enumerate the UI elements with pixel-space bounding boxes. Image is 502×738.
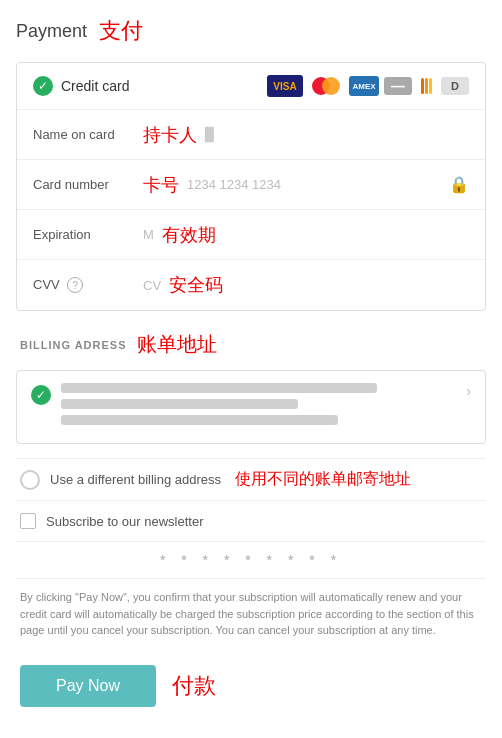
billing-header: BILLING ADRESS 账单地址 bbox=[16, 331, 486, 358]
cvv-label: CVV ? bbox=[33, 277, 143, 294]
newsletter-label: Subscribe to our newsletter bbox=[46, 514, 204, 529]
visa-logo: VISA bbox=[267, 75, 303, 97]
billing-title: BILLING ADRESS bbox=[20, 339, 127, 351]
expiration-value-group: M 有效期 bbox=[143, 223, 469, 247]
address-line-3 bbox=[61, 415, 338, 425]
cvv-value-group: CV 安全码 bbox=[143, 273, 469, 297]
expiration-prefix: M bbox=[143, 227, 154, 242]
page-title-chinese: 支付 bbox=[99, 16, 143, 46]
credit-card-label: Credit card bbox=[61, 78, 129, 94]
credit-card-section: ✓ Credit card VISA AMEX — D bbox=[16, 62, 486, 311]
pay-now-section: Pay Now 付款 bbox=[16, 649, 486, 723]
diners-logo: D bbox=[441, 77, 469, 95]
pay-now-button[interactable]: Pay Now bbox=[20, 665, 156, 707]
pay-now-chinese: 付款 bbox=[172, 671, 216, 701]
name-on-card-label: Name on card bbox=[33, 127, 143, 142]
lock-icon: 🔒 bbox=[449, 175, 469, 194]
newsletter-row[interactable]: Subscribe to our newsletter bbox=[16, 500, 486, 541]
address-lines bbox=[61, 383, 456, 431]
expiration-field[interactable]: Expiration M 有效期 bbox=[17, 210, 485, 260]
cvv-prefix: CV bbox=[143, 278, 161, 293]
different-billing-chinese: 使用不同的账单邮寄地址 bbox=[235, 469, 411, 490]
name-on-card-chinese: 持卡人 bbox=[143, 123, 197, 147]
cvv-help-icon[interactable]: ? bbox=[67, 277, 83, 293]
different-billing-label: Use a different billing address bbox=[50, 472, 221, 487]
address-chevron-icon: › bbox=[466, 383, 471, 399]
name-on-card-value-group: 持卡人 ▉ bbox=[143, 123, 469, 147]
page-title: Payment bbox=[16, 21, 87, 42]
card-number-placeholder: 1234 1234 1234 bbox=[187, 177, 281, 192]
expiration-label: Expiration bbox=[33, 227, 143, 242]
address-line-1 bbox=[61, 383, 377, 393]
cvv-chinese: 安全码 bbox=[169, 273, 223, 297]
address-check-icon: ✓ bbox=[31, 385, 51, 405]
amex-logo: AMEX bbox=[349, 76, 379, 96]
card-logo-generic: — bbox=[384, 77, 412, 95]
legal-text: By clicking "Pay Now", you confirm that … bbox=[16, 578, 486, 649]
card-number-label: Card number bbox=[33, 177, 143, 192]
credit-card-header: ✓ Credit card VISA AMEX — D bbox=[17, 63, 485, 110]
cvv-field[interactable]: CVV ? CV 安全码 bbox=[17, 260, 485, 310]
different-billing-row[interactable]: Use a different billing address 使用不同的账单邮… bbox=[16, 458, 486, 500]
credit-card-check-icon: ✓ bbox=[33, 76, 53, 96]
card-number-value-group: 卡号 1234 1234 1234 🔒 bbox=[143, 173, 469, 197]
card-number-field[interactable]: Card number 卡号 1234 1234 1234 🔒 bbox=[17, 160, 485, 210]
page-header: Payment 支付 bbox=[16, 16, 486, 46]
mastercard-logo bbox=[308, 75, 344, 97]
different-billing-radio[interactable] bbox=[20, 470, 40, 490]
expiration-chinese: 有效期 bbox=[162, 223, 216, 247]
billing-address-card[interactable]: ✓ › bbox=[16, 370, 486, 444]
billing-chinese: 账单地址 bbox=[137, 331, 217, 358]
credit-card-left: ✓ Credit card bbox=[33, 76, 129, 96]
address-line-2 bbox=[61, 399, 298, 409]
newsletter-checkbox[interactable] bbox=[20, 513, 36, 529]
stripe-logo bbox=[417, 75, 436, 97]
name-on-card-field[interactable]: Name on card 持卡人 ▉ bbox=[17, 110, 485, 160]
card-logos: VISA AMEX — D bbox=[267, 75, 469, 97]
stars-divider: * * * * * * * * * bbox=[16, 541, 486, 578]
name-on-card-value: ▉ bbox=[205, 127, 215, 142]
card-number-chinese: 卡号 bbox=[143, 173, 179, 197]
